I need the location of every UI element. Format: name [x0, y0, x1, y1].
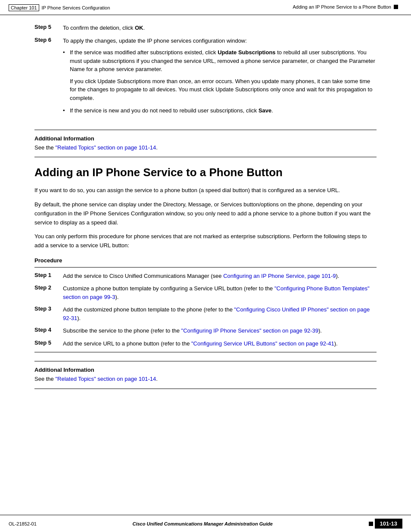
proc-step-1-link[interactable]: Configuring an IP Phone Service, page 10… [223, 273, 336, 279]
additional-info-1-text: See the "Related Topics" section on page… [34, 143, 377, 152]
top-steps-section: Step 5 To confirm the deletion, click OK… [34, 24, 377, 119]
proc-step-4-content: Subscribe the service to the phone (refe… [63, 327, 377, 335]
step6-row: Step 6 To apply the changes, update the … [34, 37, 377, 119]
proc-step-4-pre: Subscribe the service to the phone (refe… [63, 327, 181, 334]
proc-step-3-post: ). [77, 315, 81, 321]
header-square-icon [394, 5, 398, 9]
proc-step-4-link[interactable]: "Configuring IP Phone Services" section … [181, 327, 318, 334]
header-left: Chapter 101 IP Phone Services Configurat… [9, 4, 110, 11]
footer-page-number: 101-13 [375, 519, 402, 529]
section-heading: Adding an IP Phone Service to a Phone Bu… [34, 166, 377, 179]
step6-label: Step 6 [34, 37, 56, 43]
additional-info-1-title: Additional Information [34, 135, 377, 142]
step5-period: . [143, 25, 145, 31]
additional-info-2-title: Additional Information [34, 367, 377, 373]
footer-right: 101-13 [369, 519, 402, 529]
proc-step-5-post: ). [334, 340, 338, 347]
proc-step-3-label: Step 3 [34, 305, 56, 312]
step6-intro: To apply the changes, update the IP phon… [63, 37, 377, 45]
content-area: Step 5 To confirm the deletion, click OK… [0, 15, 411, 406]
proc-step-3: Step 3 Add the customized phone button t… [34, 305, 377, 322]
footer-center-text: Cisco Unified Communications Manager Adm… [132, 521, 272, 526]
proc-step-5-link[interactable]: "Configuring Service URL Buttons" sectio… [191, 340, 334, 347]
proc-step-4-label: Step 4 [34, 327, 56, 333]
bullet2-bold: Save [258, 107, 271, 114]
proc-step-2-pre: Customize a phone button template by con… [63, 285, 274, 292]
bullet1-para2: If you click Update Subscriptions more t… [70, 77, 377, 103]
additional-info-2: Additional Information See the "Related … [34, 361, 377, 389]
proc-step-1-pre: Add the service to Cisco Unified Communi… [63, 273, 223, 279]
proc-step-1: Step 1 Add the service to Cisco Unified … [34, 272, 377, 280]
proc-step-5-pre: Add the service URL to a phone button (r… [63, 340, 191, 347]
body-para-1: If you want to do so, you can assign the… [34, 186, 377, 195]
bullet1-pre: If the service was modified after subscr… [70, 49, 216, 56]
add-info-1-link[interactable]: "Related Topics" section on page 101-14 [55, 144, 156, 151]
step5-text: To confirm the deletion, click [63, 25, 133, 31]
bullet2-pre: If the service is new and you do not nee… [70, 107, 257, 114]
additional-info-1: Additional Information See the "Related … [34, 130, 377, 158]
proc-step-5: Step 5 Add the service URL to a phone bu… [34, 339, 377, 348]
procedure-table: Step 1 Add the service to Cisco Unified … [34, 267, 377, 353]
body-para-3: You can only perform this procedure for … [34, 232, 377, 250]
proc-step-2-label: Step 2 [34, 284, 56, 291]
add-info-2-pre: See the [34, 376, 55, 382]
proc-step-5-label: Step 5 [34, 339, 56, 346]
header-right: Adding an IP Phone Service to a Phone Bu… [293, 4, 398, 9]
proc-step-4-post: ). [318, 327, 322, 334]
step5-ok-bold: OK [135, 25, 143, 31]
additional-info-2-text: See the "Related Topics" section on page… [34, 375, 377, 383]
header-section-title: Adding an IP Phone Service to a Phone Bu… [293, 4, 391, 9]
add-info-2-link[interactable]: "Related Topics" section on page 101-14 [55, 376, 156, 382]
step6-bullets: If the service was modified after subscr… [63, 48, 377, 115]
header-bar: Chapter 101 IP Phone Services Configurat… [0, 0, 411, 15]
proc-step-2: Step 2 Customize a phone button template… [34, 284, 377, 301]
step5-label: Step 5 [34, 24, 56, 30]
procedure-label: Procedure [34, 257, 377, 264]
proc-step-3-content: Add the customized phone button template… [63, 305, 377, 322]
footer-bar: OL-21852-01 Cisco Unified Communications… [0, 515, 411, 532]
chapter-label: Chapter 101 [9, 4, 39, 11]
proc-step-4: Step 4 Subscribe the service to the phon… [34, 327, 377, 335]
footer-square-icon [369, 522, 373, 526]
bullet2: If the service is new and you do not nee… [63, 106, 377, 115]
step5-content: To confirm the deletion, click OK. [63, 24, 377, 32]
add-info-2-post: . [156, 376, 158, 382]
proc-step-1-post: ). [336, 273, 339, 279]
proc-step-5-content: Add the service URL to a phone button (r… [63, 339, 377, 348]
bullet1-bold: Update Subscriptions [218, 49, 275, 56]
bullet2-post: . [271, 107, 273, 114]
bullet1-text: If the service was modified after subscr… [70, 48, 377, 74]
add-info-1-post: . [156, 144, 158, 151]
bullet1: If the service was modified after subscr… [63, 48, 377, 102]
proc-step-1-content: Add the service to Cisco Unified Communi… [63, 272, 377, 280]
page-container: Chapter 101 IP Phone Services Configurat… [0, 0, 411, 532]
proc-step-2-post: ). [115, 294, 118, 300]
footer-left: OL-21852-01 [9, 521, 37, 526]
step5-row: Step 5 To confirm the deletion, click OK… [34, 24, 377, 32]
add-info-1-pre: See the [34, 144, 55, 151]
step6-content: To apply the changes, update the IP phon… [63, 37, 377, 119]
proc-step-3-pre: Add the customized phone button template… [63, 306, 234, 313]
body-para-2: By default, the phone service can displa… [34, 200, 377, 227]
proc-step-2-content: Customize a phone button template by con… [63, 284, 377, 301]
footer-center: Cisco Unified Communications Manager Adm… [132, 521, 272, 526]
proc-step-1-label: Step 1 [34, 272, 56, 278]
header-chapter-title: IP Phone Services Configuration [42, 5, 110, 10]
